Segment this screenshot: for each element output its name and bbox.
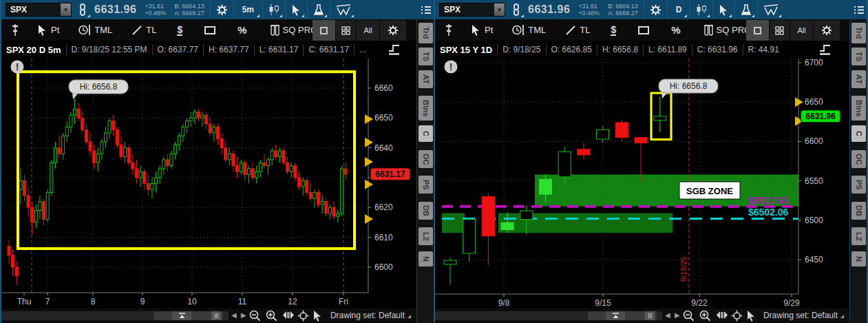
step-right-arrow[interactable]: ▶	[241, 311, 246, 320]
side-tab-btns[interactable]: Btns	[419, 96, 433, 121]
zoom-in-icon[interactable]	[699, 310, 711, 323]
grid-layout-button[interactable]	[336, 20, 357, 41]
trendline-tool-button[interactable]: TL	[131, 25, 156, 36]
symbol-input[interactable]: SPX ▼	[439, 3, 505, 17]
sqpro-button[interactable]: SQ PRO	[271, 24, 318, 37]
cursor-tool-icon[interactable]	[719, 4, 729, 16]
rectangle-tool-button[interactable]	[204, 26, 215, 34]
drawing-set-selector[interactable]: Drawing set: Default	[330, 311, 411, 320]
trendline-tool-button[interactable]: TL	[565, 25, 590, 36]
studies-flask-icon[interactable]	[741, 4, 752, 16]
chart-type-icon[interactable]	[696, 3, 707, 16]
grid-layout-button[interactable]	[770, 20, 790, 41]
chart-style-icon[interactable]	[818, 43, 832, 59]
timeline-tool-button[interactable]: TML	[512, 24, 546, 36]
side-tab-n[interactable]: N	[419, 251, 433, 267]
side-tab-oc[interactable]: OC	[851, 150, 866, 168]
chart-style-icon[interactable]	[388, 43, 401, 59]
step-right-arrow[interactable]: ▶	[675, 311, 680, 320]
settings-gear-button[interactable]	[814, 20, 840, 41]
price-chart[interactable]: $6517.63$6502.069/19/25SGB ZONE670066506…	[435, 58, 852, 309]
drawing-set-selector[interactable]: Drawing set: Default	[763, 311, 844, 320]
zoom-out-icon[interactable]	[683, 310, 695, 323]
crosshair-icon[interactable]	[731, 310, 743, 323]
pan-icon[interactable]	[716, 310, 728, 323]
zoom-in-icon[interactable]	[266, 310, 277, 323]
price-level-tool-button[interactable]: $	[177, 25, 182, 36]
chart-settings-gear-icon[interactable]	[216, 4, 228, 16]
all-charts-button[interactable]: All	[357, 20, 380, 41]
side-tab-ts[interactable]: TS	[419, 48, 433, 65]
link-charts-icon[interactable]	[511, 3, 521, 16]
ohlc-cell: C: 6631.96	[692, 44, 743, 56]
side-tab-db[interactable]: DB	[851, 202, 866, 220]
side-tab-n[interactable]: N	[851, 251, 866, 267]
candle	[325, 198, 328, 216]
pin-icon[interactable]	[445, 23, 453, 37]
link-charts-icon[interactable]	[78, 3, 87, 16]
side-tab-l2[interactable]: L2	[419, 227, 433, 245]
pin-icon[interactable]	[11, 23, 19, 37]
studies-flask-icon[interactable]	[313, 4, 324, 16]
timeframe-dropdown[interactable]: D	[673, 3, 685, 16]
symbol-dropdown-arrow[interactable]: ▼	[494, 3, 505, 16]
time-scrollbar[interactable]	[435, 311, 662, 320]
sqpro-button[interactable]: SQ PRO	[704, 24, 752, 37]
percent-tool-button[interactable]: %	[237, 24, 246, 36]
side-tab-at[interactable]: AT	[419, 70, 433, 88]
percent-tool-button[interactable]: %	[671, 24, 680, 36]
pointer-tool-button[interactable]: Pt	[37, 24, 59, 36]
all-charts-button[interactable]: All	[790, 20, 814, 41]
cursor-mode-icon[interactable]	[313, 310, 323, 323]
settings-gear-button[interactable]	[380, 20, 406, 41]
pan-icon[interactable]	[282, 310, 295, 323]
pointer-tool-button[interactable]: Pt	[471, 24, 493, 36]
side-tab-ts[interactable]: TS	[851, 48, 866, 65]
single-chart-layout-button[interactable]	[746, 20, 770, 41]
zoom-out-icon[interactable]	[249, 310, 261, 323]
menu-icon[interactable]	[850, 0, 867, 19]
side-tab-db[interactable]: DB	[419, 202, 433, 220]
side-tab-trd[interactable]: Trd	[851, 23, 866, 43]
side-tab-ps[interactable]: PS	[419, 176, 433, 194]
timeline-tool-button[interactable]: TML	[78, 24, 112, 36]
side-tab-btns[interactable]: Btns	[851, 96, 866, 121]
price-chart[interactable]: 6660665066406630662066106600Thu789101112…	[1, 58, 418, 309]
side-tab-ps[interactable]: PS	[851, 176, 866, 194]
cursor-tool-icon[interactable]	[291, 4, 301, 16]
svg-text:6500: 6500	[805, 216, 823, 225]
candle	[50, 160, 53, 196]
scrollbar-grip[interactable]	[211, 311, 221, 320]
single-chart-layout-button[interactable]	[313, 20, 336, 41]
cursor-mode-icon[interactable]	[746, 310, 756, 323]
chart-settings-gear-icon[interactable]	[650, 4, 661, 16]
snap-to-latest-button[interactable]	[606, 311, 625, 320]
side-tab-at[interactable]: AT	[851, 70, 866, 88]
price-level-tool-button[interactable]: $	[611, 25, 616, 36]
pointer-icon	[471, 24, 481, 36]
side-tab-c[interactable]: C	[851, 125, 866, 142]
patterns-icon[interactable]	[336, 4, 351, 16]
side-tab-trd[interactable]: Trd	[419, 23, 433, 43]
step-left-arrow[interactable]: ◀	[231, 311, 237, 320]
snap-to-latest-button[interactable]	[172, 311, 191, 320]
patterns-icon[interactable]	[763, 4, 779, 16]
menu-icon[interactable]	[417, 0, 434, 19]
step-left-arrow[interactable]: ◀	[665, 311, 670, 320]
side-tab-l2[interactable]: L2	[851, 227, 866, 245]
candle	[282, 148, 285, 166]
divider	[262, 0, 263, 19]
side-tab-c[interactable]: C	[419, 125, 433, 142]
divider	[210, 0, 211, 19]
scrollbar-grip[interactable]	[645, 311, 655, 320]
side-tab-oc[interactable]: OC	[419, 150, 433, 168]
clock-icon	[78, 24, 91, 36]
symbol-dropdown-arrow[interactable]: ▼	[61, 3, 71, 16]
symbol-input[interactable]: SPX ▼	[6, 3, 72, 17]
chart-type-icon[interactable]	[268, 3, 279, 16]
rectangle-tool-button[interactable]	[638, 26, 649, 34]
ohlc-cell: L: 6611.89	[643, 44, 692, 56]
time-scrollbar[interactable]	[1, 311, 229, 320]
timeframe-dropdown[interactable]: 5m	[240, 3, 257, 16]
crosshair-icon[interactable]	[297, 310, 309, 323]
